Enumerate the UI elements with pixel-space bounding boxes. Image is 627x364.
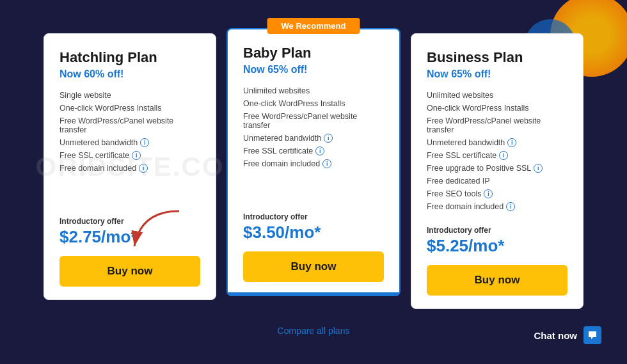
feature-text: Free domain included (60, 164, 136, 173)
list-item: Free WordPress/cPanel website transfer (60, 115, 200, 136)
list-item: Free WordPress/cPanel website transfer (427, 115, 567, 136)
list-item: Free SSL certificate i (60, 149, 200, 162)
chat-icon (583, 326, 601, 344)
feature-text: Free SSL certificate (427, 151, 496, 160)
feature-text: Free dedicated IP (427, 177, 490, 186)
info-icon[interactable]: i (324, 134, 333, 143)
feature-text: One-click WordPress Installs (243, 99, 345, 108)
business-features: Unlimited websites One-click WordPress I… (427, 89, 567, 213)
feature-text: Free WordPress/cPanel website transfer (60, 116, 200, 134)
list-item: One-click WordPress Installs (243, 97, 384, 110)
recommended-corner-bottom (228, 292, 399, 296)
hatchling-discount: Now 60% off! (60, 68, 200, 80)
info-icon[interactable]: i (140, 138, 149, 147)
feature-text: Free domain included (427, 202, 504, 211)
feature-text: Unmetered bandwidth (60, 138, 138, 147)
feature-text: Unmetered bandwidth (243, 134, 321, 143)
compare-all-plans-link[interactable]: Compare all plans (278, 326, 350, 336)
feature-text: Free WordPress/cPanel website transfer (243, 112, 384, 130)
list-item: Unmetered bandwidth i (427, 136, 567, 149)
list-item: Free domain included i (243, 157, 384, 170)
info-icon[interactable]: i (507, 138, 516, 147)
baby-features: Unlimited websites One-click WordPress I… (243, 84, 384, 200)
list-item: Free SSL certificate i (243, 145, 384, 157)
feature-text: Free domain included (243, 159, 320, 168)
hatchling-intro-label: Introductory offer (60, 217, 200, 226)
feature-text: Unlimited websites (243, 86, 310, 95)
list-item: Free domain included i (60, 162, 200, 175)
list-item: Unlimited websites (243, 84, 384, 97)
hatchling-plan-name: Hatchling Plan (60, 49, 200, 66)
feature-text: Free SSL certificate (243, 146, 313, 155)
plans-container: ORIDSITE.CO Hatchling Plan Now 60% off! … (38, 28, 589, 314)
chat-now-label: Chat now (534, 330, 578, 341)
feature-text: Unmetered bandwidth (427, 138, 505, 147)
plan-card-business: Business Plan Now 65% off! Unlimited web… (411, 33, 583, 309)
feature-text: One-click WordPress Installs (60, 104, 162, 113)
feature-text: Free WordPress/cPanel website transfer (427, 116, 567, 134)
list-item: Free SEO tools i (427, 187, 567, 200)
business-intro-label: Introductory offer (427, 226, 567, 235)
hatchling-price: $2.75/mo* (60, 227, 200, 247)
list-item: One-click WordPress Installs (60, 102, 200, 115)
feature-text: Unlimited websites (427, 91, 493, 100)
feature-text: Free SSL certificate (60, 151, 129, 160)
plan-card-baby: We Recommend Baby Plan Now 65% off! Unli… (226, 28, 401, 296)
list-item: Free dedicated IP (427, 175, 567, 187)
baby-intro-label: Introductory offer (243, 212, 384, 221)
info-icon[interactable]: i (315, 146, 324, 155)
info-icon[interactable]: i (484, 189, 493, 198)
list-item: Free upgrade to Positive SSL i (427, 162, 567, 175)
business-buy-button[interactable]: Buy now (427, 265, 567, 296)
hatchling-buy-button[interactable]: Buy now (60, 256, 200, 287)
hatchling-features: Single website One-click WordPress Insta… (60, 89, 200, 204)
baby-price: $3.50/mo* (243, 223, 384, 242)
feature-text: One-click WordPress Installs (427, 104, 529, 113)
list-item: Unlimited websites (427, 89, 567, 102)
info-icon[interactable]: i (534, 164, 543, 173)
chat-now-button[interactable]: Chat now (520, 318, 616, 352)
list-item: Free WordPress/cPanel website transfer (243, 110, 384, 132)
info-icon[interactable]: i (322, 159, 331, 168)
recommend-badge: We Recommend (267, 18, 360, 34)
list-item: Unmetered bandwidth i (243, 132, 384, 145)
info-icon[interactable]: i (499, 151, 508, 160)
list-item: Single website (60, 89, 200, 102)
feature-text: Single website (60, 91, 111, 100)
info-icon[interactable]: i (132, 151, 141, 160)
baby-buy-button[interactable]: Buy now (243, 251, 384, 282)
list-item: Free domain included i (427, 200, 567, 213)
pricing-wrapper: ORIDSITE.CO Hatchling Plan Now 60% off! … (38, 28, 589, 336)
business-price: $5.25/mo* (427, 236, 567, 256)
info-icon[interactable]: i (506, 202, 515, 211)
feature-text: Free upgrade to Positive SSL (427, 164, 531, 173)
info-icon[interactable]: i (139, 164, 148, 173)
business-plan-name: Business Plan (427, 49, 567, 66)
baby-plan-name: Baby Plan (243, 45, 384, 61)
list-item: One-click WordPress Installs (427, 102, 567, 115)
list-item: Free SSL certificate i (427, 149, 567, 162)
feature-text: Free SEO tools (427, 189, 481, 198)
list-item: Unmetered bandwidth i (60, 136, 200, 149)
baby-discount: Now 65% off! (243, 64, 384, 75)
business-discount: Now 65% off! (427, 68, 567, 80)
plan-card-hatchling: ORIDSITE.CO Hatchling Plan Now 60% off! … (44, 33, 216, 300)
